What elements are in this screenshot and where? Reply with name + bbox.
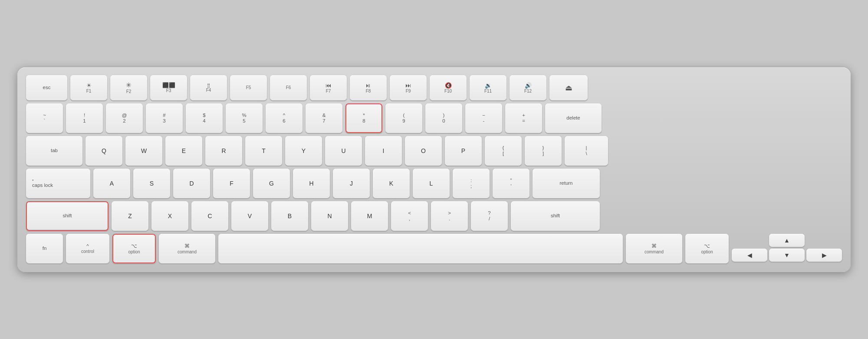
key-f5[interactable]: F5 (230, 75, 267, 100)
key-f2[interactable]: ✳ F2 (110, 75, 147, 100)
key-space[interactable] (218, 234, 623, 263)
key-5[interactable]: % 5 (226, 103, 263, 133)
key-e[interactable]: E (165, 136, 202, 166)
key-h[interactable]: H (293, 169, 330, 198)
zxcv-row: shift Z X C V B N M < , > . ? / shif (26, 201, 842, 231)
key-command-right[interactable]: ⌘ command (626, 234, 682, 263)
key-arrow-right[interactable]: ▶ (806, 249, 842, 262)
key-command-left[interactable]: ⌘ command (159, 234, 215, 263)
key-f3[interactable]: ⬛⬛ F3 (150, 75, 187, 100)
key-backslash[interactable]: | \ (565, 136, 608, 166)
key-s[interactable]: S (133, 169, 170, 198)
key-f9[interactable]: ⏭ F9 (390, 75, 427, 100)
key-j[interactable]: J (333, 169, 370, 198)
key-arrow-down[interactable]: ▼ (769, 249, 805, 262)
key-control[interactable]: ^ control (66, 234, 109, 263)
key-c[interactable]: C (191, 201, 228, 231)
key-f7[interactable]: ⏮ F7 (310, 75, 347, 100)
key-equals[interactable]: + = (505, 103, 542, 133)
arrow-cluster: ▲ ◀ ▼ ▶ (732, 234, 842, 263)
key-r[interactable]: R (205, 136, 242, 166)
key-bracket-right[interactable]: } ] (525, 136, 562, 166)
key-3[interactable]: # 3 (146, 103, 183, 133)
key-f8[interactable]: ⏯ F8 (350, 75, 387, 100)
key-0[interactable]: ) 0 (425, 103, 462, 133)
key-v[interactable]: V (231, 201, 268, 231)
key-comma[interactable]: < , (391, 201, 428, 231)
key-1[interactable]: ! 1 (66, 103, 103, 133)
key-f[interactable]: F (213, 169, 250, 198)
bottom-row: fn ^ control ⌥ option ⌘ command ⌘ com (26, 234, 842, 263)
key-a[interactable]: A (93, 169, 130, 198)
fn-row: esc ☀ F1 ✳ F2 ⬛⬛ F3 ⣿ F4 F5 F6 ⏮ F7 ⏯ (26, 75, 842, 100)
key-f12[interactable]: 🔊 F12 (510, 75, 546, 100)
key-z[interactable]: Z (112, 201, 148, 231)
key-arrow-up[interactable]: ▲ (769, 234, 805, 247)
key-n[interactable]: N (311, 201, 348, 231)
key-b[interactable]: B (271, 201, 308, 231)
key-period[interactable]: > . (431, 201, 468, 231)
key-2[interactable]: @ 2 (106, 103, 143, 133)
key-8[interactable]: * 8 (345, 103, 382, 133)
key-shift-right[interactable]: shift (511, 201, 600, 231)
key-f6[interactable]: F6 (270, 75, 307, 100)
key-semicolon[interactable]: : ; (453, 169, 490, 198)
key-w[interactable]: W (125, 136, 162, 166)
key-backtick[interactable]: ~ ` (26, 103, 63, 133)
key-caps-lock[interactable]: • caps lock (26, 169, 90, 198)
key-q[interactable]: Q (85, 136, 122, 166)
key-f10[interactable]: 🔇 F10 (430, 75, 467, 100)
key-eject[interactable]: ⏏ (549, 75, 588, 100)
key-9[interactable]: ( 9 (385, 103, 422, 133)
key-m[interactable]: M (351, 201, 388, 231)
key-6[interactable]: ^ 6 (266, 103, 302, 133)
key-k[interactable]: K (373, 169, 410, 198)
key-f1[interactable]: ☀ F1 (70, 75, 107, 100)
qwerty-row: tab Q W E R T Y U I O P { [ } ] | \ (26, 136, 842, 166)
key-p[interactable]: P (445, 136, 482, 166)
key-7[interactable]: & 7 (306, 103, 342, 133)
key-l[interactable]: L (413, 169, 450, 198)
key-x[interactable]: X (151, 201, 188, 231)
key-o[interactable]: O (405, 136, 442, 166)
key-f11[interactable]: 🔉 F11 (470, 75, 506, 100)
key-4[interactable]: $ 4 (186, 103, 223, 133)
key-option-right[interactable]: ⌥ option (685, 234, 729, 263)
key-g[interactable]: G (253, 169, 290, 198)
key-delete[interactable]: delete (545, 103, 602, 133)
key-esc[interactable]: esc (26, 75, 67, 100)
key-t[interactable]: T (245, 136, 282, 166)
key-shift-left[interactable]: shift (26, 201, 108, 231)
key-i[interactable]: I (365, 136, 402, 166)
key-u[interactable]: U (325, 136, 362, 166)
key-slash[interactable]: ? / (471, 201, 508, 231)
key-option-left[interactable]: ⌥ option (112, 234, 156, 263)
key-fn[interactable]: fn (26, 234, 63, 263)
key-y[interactable]: Y (285, 136, 322, 166)
number-row: ~ ` ! 1 @ 2 # 3 $ 4 (26, 103, 842, 133)
key-d[interactable]: D (173, 169, 210, 198)
key-tab[interactable]: tab (26, 136, 82, 166)
key-quote[interactable]: " ' (493, 169, 529, 198)
key-bracket-left[interactable]: { [ (485, 136, 522, 166)
key-f4[interactable]: ⣿ F4 (190, 75, 227, 100)
asdf-row: • caps lock A S D F G H J K L : ; " ' re… (26, 169, 842, 198)
key-return[interactable]: return (533, 169, 600, 198)
key-minus[interactable]: − - (465, 103, 502, 133)
key-arrow-left[interactable]: ◀ (732, 249, 767, 262)
keyboard: esc ☀ F1 ✳ F2 ⬛⬛ F3 ⣿ F4 F5 F6 ⏮ F7 ⏯ (17, 67, 851, 272)
